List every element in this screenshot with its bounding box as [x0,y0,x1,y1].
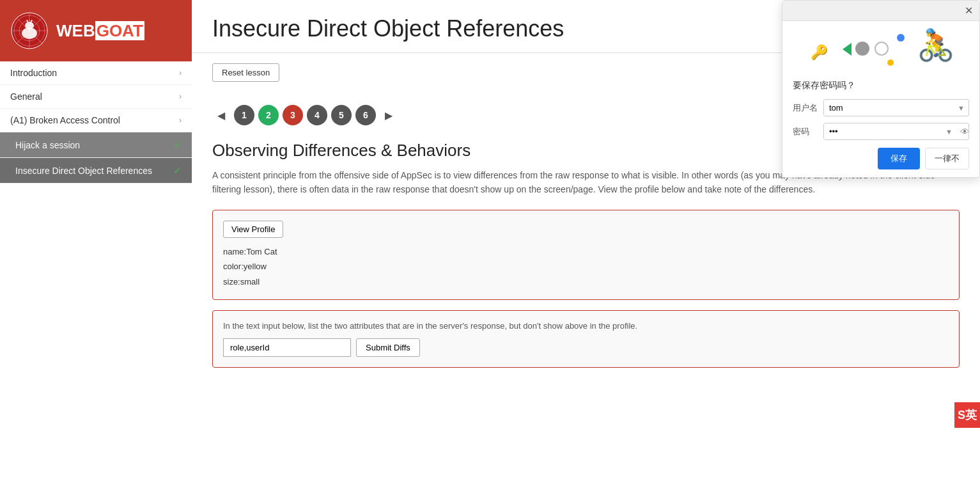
sidebar: WEBGOAT Introduction › General › (A1) Br… [0,0,192,479]
instruction-text: In the text input below, list the two at… [223,321,949,331]
logo-web: WEB [56,21,95,40]
profile-field-color: color:yellow [223,259,949,274]
submit-diffs-button[interactable]: Submit Diffs [356,338,420,357]
sidebar-item-hijack-session[interactable]: Hijack a session ✓ [0,132,192,158]
password-save-popup: ✕ 🔑 🚴 要保存密码吗？ 用户名 ▼ 密码 [782,0,980,178]
dot-yellow-icon [887,59,894,66]
sidebar-item-a1-label: (A1) Broken Access Control [10,115,120,125]
popup-header: ✕ [782,1,979,21]
cyclist-icon: 🚴 [917,27,955,63]
page-6-button[interactable]: 6 [355,105,376,125]
page-1-button[interactable]: 1 [234,105,254,125]
key-icon: 🔑 [811,44,828,61]
profile-field-name: name:Tom Cat [223,244,949,259]
diffs-input[interactable] [223,338,351,357]
never-save-button[interactable]: 一律不 [925,148,969,169]
instruction-box: In the text input below, list the two at… [212,310,960,368]
sidebar-item-a1[interactable]: (A1) Broken Access Control › [0,109,192,132]
popup-actions: 保存 一律不 [793,148,969,169]
sidebar-item-hijack-label: Hijack a session [15,140,80,150]
sidebar-item-introduction-label: Introduction [10,68,57,78]
chevron-right-icon: › [179,116,182,125]
chevron-right-icon: › [179,68,182,77]
popup-password-input[interactable] [824,123,942,139]
view-profile-button[interactable]: View Profile [223,221,283,238]
nav-list: Introduction › General › (A1) Broken Acc… [0,61,192,479]
page-4-button[interactable]: 4 [307,105,327,125]
save-password-button[interactable]: 保存 [878,148,920,169]
logo-text-area: WEBGOAT [56,21,144,41]
circle-gray-icon [855,42,869,56]
page-5-button[interactable]: 5 [331,105,352,125]
s-english-icon[interactable]: S英 [954,402,980,428]
profile-data: name:Tom Cat color:yellow size:small [223,244,949,289]
popup-username-field: 用户名 ▼ [793,99,969,116]
next-page-button[interactable]: ▶ [380,106,398,124]
popup-title: 要保存密码吗？ [793,80,969,91]
page-3-button[interactable]: 3 [283,105,303,125]
sidebar-item-general[interactable]: General › [0,85,192,109]
username-dropdown-arrow[interactable]: ▼ [954,104,968,112]
eye-icon[interactable]: 👁 [956,127,969,137]
sidebar-item-general-label: General [10,91,42,102]
sidebar-item-introduction[interactable]: Introduction › [0,61,192,85]
close-icon[interactable]: ✕ [965,4,973,17]
chevron-right-icon: › [179,92,182,101]
circle-empty-icon [875,42,889,56]
popup-body: 要保存密码吗？ 用户名 ▼ 密码 ▼ 👁 保存 一律不 [782,72,979,177]
arrow-green-icon [843,43,852,56]
popup-password-input-wrap: ▼ 👁 [823,123,969,140]
sidebar-item-insecure-label: Insecure Direct Object References [15,166,152,176]
page-2-button[interactable]: 2 [258,105,279,125]
popup-illustration: 🔑 🚴 [782,21,979,72]
sidebar-item-insecure-direct[interactable]: Insecure Direct Object References ✓ [0,158,192,184]
popup-password-field: 密码 ▼ 👁 [793,123,969,140]
dot-blue-icon [897,34,905,42]
reset-lesson-button[interactable]: Reset lesson [212,63,279,82]
logo-goat: GOAT [95,21,144,40]
profile-box: View Profile name:Tom Cat color:yellow s… [212,210,960,300]
popup-username-input[interactable] [824,100,954,116]
profile-field-size: size:small [223,274,949,289]
check-icon: ✓ [173,139,182,151]
prev-page-button[interactable]: ◀ [212,106,230,124]
check-icon-insecure: ✓ [173,164,182,177]
popup-username-label: 用户名 [793,102,818,114]
illustration-container: 🔑 🚴 [804,26,958,71]
webgoat-logo-icon [10,12,49,50]
password-dropdown-arrow[interactable]: ▼ [942,128,956,136]
logo-area: WEBGOAT [0,0,192,61]
popup-password-label: 密码 [793,126,818,137]
input-row: Submit Diffs [223,338,949,357]
svg-point-9 [25,22,34,29]
popup-username-input-wrap: ▼ [823,99,969,116]
